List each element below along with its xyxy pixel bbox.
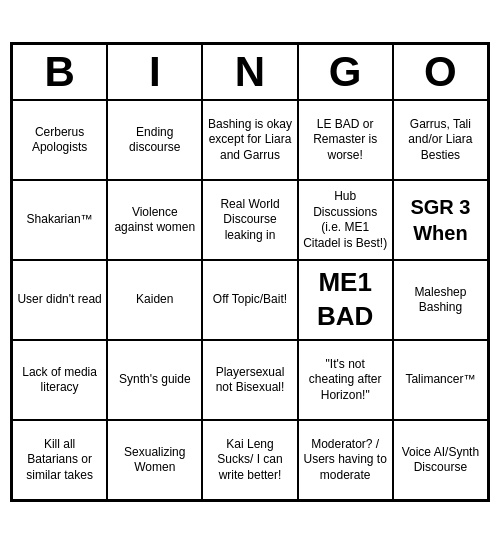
bingo-cell-10: User didn't read [12, 260, 107, 340]
bingo-cell-16: Synth's guide [107, 340, 202, 420]
bingo-letter-b: B [12, 44, 107, 100]
bingo-cell-0: Cerberus Apologists [12, 100, 107, 180]
bingo-grid: Cerberus ApologistsEnding discourseBashi… [12, 100, 488, 500]
bingo-cell-2: Bashing is okay except for Liara and Gar… [202, 100, 297, 180]
bingo-cell-1: Ending discourse [107, 100, 202, 180]
bingo-cell-13: ME1 BAD [298, 260, 393, 340]
bingo-cell-22: Kai Leng Sucks/ I can write better! [202, 420, 297, 500]
bingo-letter-g: G [298, 44, 393, 100]
bingo-cell-20: Kill all Batarians or similar takes [12, 420, 107, 500]
bingo-cell-21: Sexualizing Women [107, 420, 202, 500]
bingo-letter-n: N [202, 44, 297, 100]
bingo-card: BINGO Cerberus ApologistsEnding discours… [10, 42, 490, 502]
bingo-cell-18: "It's not cheating after Horizon!" [298, 340, 393, 420]
bingo-cell-4: Garrus, Tali and/or Liara Besties [393, 100, 488, 180]
bingo-cell-6: Violence against women [107, 180, 202, 260]
bingo-cell-8: Hub Discussions (i.e. ME1 Citadel is Bes… [298, 180, 393, 260]
bingo-cell-12: Off Topic/Bait! [202, 260, 297, 340]
bingo-header: BINGO [12, 44, 488, 100]
bingo-cell-3: LE BAD or Remaster is worse! [298, 100, 393, 180]
bingo-cell-7: Real World Discourse leaking in [202, 180, 297, 260]
bingo-cell-14: Maleshep Bashing [393, 260, 488, 340]
bingo-cell-5: Shakarian™ [12, 180, 107, 260]
bingo-cell-23: Moderator? / Users having to moderate [298, 420, 393, 500]
bingo-letter-i: I [107, 44, 202, 100]
bingo-cell-9: SGR 3 When [393, 180, 488, 260]
bingo-cell-17: Playersexual not Bisexual! [202, 340, 297, 420]
bingo-cell-19: Talimancer™ [393, 340, 488, 420]
bingo-letter-o: O [393, 44, 488, 100]
bingo-cell-24: Voice AI/Synth Discourse [393, 420, 488, 500]
bingo-cell-11: Kaiden [107, 260, 202, 340]
bingo-cell-15: Lack of media literacy [12, 340, 107, 420]
